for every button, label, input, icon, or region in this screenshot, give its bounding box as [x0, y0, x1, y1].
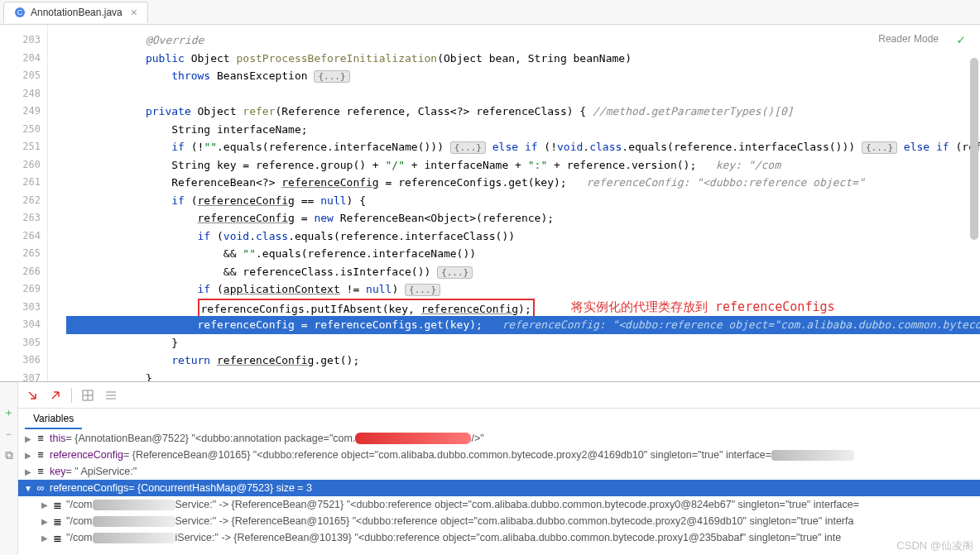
variables-tab[interactable]: Variables	[25, 409, 82, 429]
vertical-scrollbar[interactable]	[970, 25, 978, 381]
variable-row-selected[interactable]: ▼∞referenceConfigs = {ConcurrentHashMap@…	[18, 480, 980, 496]
variable-row[interactable]: ▶≡referenceConfig = {ReferenceBean@10165…	[18, 447, 980, 463]
line-number: 306	[0, 352, 47, 370]
debug-side-toolbar: ＋ － ⧉	[0, 382, 18, 555]
redacted-smear	[355, 433, 471, 444]
expand-icon[interactable]: ▶	[22, 434, 35, 443]
editor: 203 204 205 248 249 250 251 260 261 262 …	[0, 25, 980, 381]
line-number: 203	[0, 31, 47, 50]
add-icon[interactable]: ＋	[3, 405, 14, 420]
variable-child-row[interactable]: ▶≣"/comService:" -> {ReferenceBean@10165…	[18, 513, 980, 529]
entry-icon: ≣	[51, 532, 63, 543]
line-number: 266	[0, 263, 47, 281]
entry-icon: ≣	[51, 499, 63, 510]
line-number: 305	[0, 334, 47, 352]
expand-icon[interactable]: ▶	[38, 533, 51, 543]
line-number: 205	[0, 67, 47, 85]
debug-panel: ＋ － ⧉ Variables ▶≡this = {AnnotationBean…	[0, 381, 980, 555]
debug-toolbar	[18, 382, 980, 409]
line-number: 248	[0, 85, 47, 103]
line-number: 265	[0, 245, 47, 263]
execution-line: referenceConfig = referenceConfigs.get(k…	[66, 316, 980, 334]
line-number: 304	[0, 316, 47, 334]
step-into-icon[interactable]	[48, 388, 63, 403]
line-number: 263	[0, 209, 47, 227]
class-icon: C	[14, 7, 26, 18]
variable-row[interactable]: ▶≡this = {AnnotationBean@7522} "<dubbo:a…	[18, 430, 980, 447]
step-out-icon[interactable]	[25, 388, 40, 403]
file-tab[interactable]: C AnnotationBean.java ×	[3, 2, 148, 23]
remove-icon[interactable]: －	[3, 427, 14, 442]
annotation-text: 将实例化的代理类存放到 referenceConfigs	[571, 299, 835, 317]
variable-child-row[interactable]: ▶≣"/comService:" -> {ReferenceBean@7521}…	[18, 496, 980, 513]
copy-icon[interactable]: ⧉	[5, 448, 13, 462]
redacted-smear	[93, 533, 175, 543]
fold-icon[interactable]: {...}	[437, 266, 473, 279]
line-number: 249	[0, 103, 47, 121]
chain-icon: ∞	[35, 482, 46, 494]
fold-icon[interactable]: {...}	[862, 141, 897, 154]
object-icon: ≡	[35, 449, 46, 461]
list-icon[interactable]	[103, 388, 118, 403]
line-number: 303	[0, 299, 47, 317]
line-number: 260	[0, 156, 47, 175]
expand-icon[interactable]: ▶	[22, 467, 35, 476]
line-number: 204	[0, 50, 47, 68]
expand-icon[interactable]: ▶	[38, 500, 51, 510]
variable-row[interactable]: ▶≡key = " ApiService:"	[18, 463, 980, 480]
debug-tabs: Variables	[18, 409, 980, 430]
tab-filename: AnnotationBean.java	[31, 7, 122, 18]
line-number: 264	[0, 227, 47, 246]
line-gutter: 203 204 205 248 249 250 251 260 261 262 …	[0, 25, 48, 381]
line-number: 269	[0, 280, 47, 299]
object-icon: ≡	[35, 433, 46, 444]
redacted-smear	[93, 500, 175, 510]
fold-icon[interactable]: {...}	[450, 141, 486, 154]
redacted-smear	[93, 516, 175, 527]
entry-icon: ≣	[51, 515, 63, 527]
gutter-extra	[48, 25, 66, 381]
line-number: 262	[0, 192, 47, 210]
expand-icon[interactable]: ▶	[38, 517, 51, 526]
line-number: 251	[0, 138, 47, 156]
variable-child-row[interactable]: ▶≣"/comiService:" -> {ReferenceBean@1013…	[18, 529, 980, 546]
expand-icon[interactable]: ▶	[22, 451, 35, 460]
close-icon[interactable]: ×	[131, 6, 137, 19]
object-icon: ≡	[35, 466, 46, 477]
line-number: 250	[0, 121, 47, 139]
fold-icon[interactable]: {...}	[314, 70, 349, 83]
grid-icon[interactable]	[80, 388, 95, 403]
variables-tree[interactable]: ▶≡this = {AnnotationBean@7522} "<dubbo:a…	[18, 430, 980, 555]
line-number: 307	[0, 370, 47, 382]
redacted-smear	[771, 450, 854, 461]
line-number: 261	[0, 174, 47, 192]
editor-tabs: C AnnotationBean.java ×	[0, 0, 980, 25]
collapse-icon[interactable]: ▼	[22, 484, 35, 493]
svg-text:C: C	[17, 8, 23, 17]
watermark: CSDN @仙凌阁	[896, 538, 973, 553]
code-area[interactable]: Reader Mode ✓ @Override public Object po…	[66, 25, 980, 381]
fold-icon[interactable]: {...}	[405, 284, 440, 296]
